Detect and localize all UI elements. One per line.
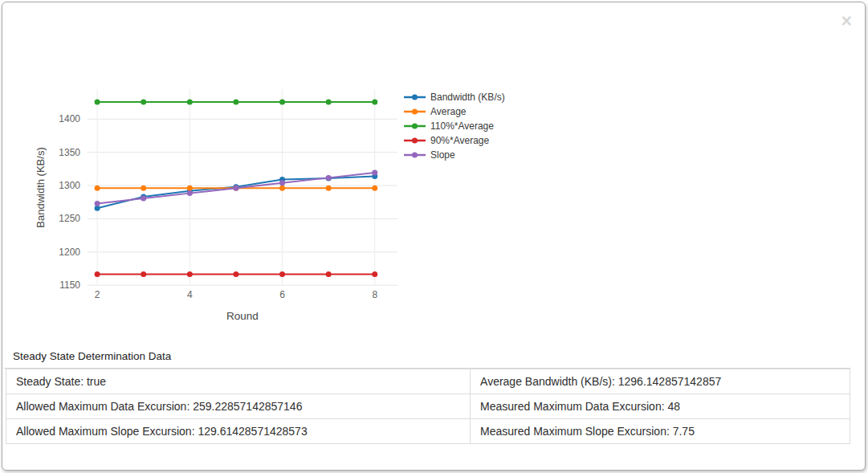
data-point bbox=[233, 271, 238, 277]
legend-label: 90%*Average bbox=[430, 135, 489, 146]
y-tick-label: 1350 bbox=[59, 147, 80, 158]
data-point bbox=[372, 271, 377, 277]
legend-marker bbox=[412, 95, 418, 100]
data-point bbox=[279, 99, 285, 104]
legend-item[interactable]: Bandwidth (KB/s) bbox=[404, 92, 505, 103]
data-point bbox=[326, 99, 332, 104]
table-row: Allowed Maximum Data Excursion: 259.2285… bbox=[6, 394, 850, 419]
series-bandwidth-kb-s- bbox=[95, 173, 378, 211]
legend-label: Average bbox=[430, 106, 467, 117]
data-point bbox=[326, 186, 332, 191]
legend-label: Slope bbox=[430, 149, 455, 161]
data-point bbox=[141, 186, 146, 191]
table-cell-average-bandwidth: Average Bandwidth (KB/s): 1296.142857142… bbox=[471, 369, 850, 394]
table-cell-measured-slope-excursion: Measured Maximum Slope Excursion: 7.75 bbox=[471, 419, 850, 444]
x-tick-label: 8 bbox=[372, 289, 377, 300]
data-point bbox=[141, 99, 146, 104]
legend-item[interactable]: 110%*Average bbox=[404, 120, 494, 132]
data-point bbox=[95, 201, 100, 206]
data-point bbox=[95, 186, 100, 191]
legend-label: Bandwidth (KB/s) bbox=[430, 92, 505, 103]
data-point bbox=[141, 196, 146, 202]
data-point bbox=[187, 186, 193, 191]
data-point bbox=[187, 271, 193, 277]
data-point bbox=[326, 271, 332, 277]
data-point bbox=[187, 190, 193, 196]
x-axis-label: Round bbox=[226, 310, 259, 322]
data-point bbox=[279, 186, 285, 191]
series-110-average bbox=[95, 99, 378, 104]
steady-state-table: Steady State: true Average Bandwidth (KB… bbox=[6, 369, 850, 444]
data-point bbox=[279, 271, 285, 277]
series-line bbox=[97, 176, 375, 208]
table-cell-allowed-data-excursion: Allowed Maximum Data Excursion: 259.2285… bbox=[6, 394, 471, 419]
legend-label: 110%*Average bbox=[430, 120, 494, 132]
table-row: Allowed Maximum Slope Excursion: 129.614… bbox=[6, 419, 850, 444]
data-point bbox=[372, 99, 377, 104]
y-tick-label: 1400 bbox=[59, 113, 80, 124]
y-axis-label: Bandwidth (KB/s) bbox=[35, 147, 47, 227]
bandwidth-chart: 1150120012501300135014002468Bandwidth (K… bbox=[2, 2, 548, 344]
y-tick-label: 1250 bbox=[59, 213, 80, 224]
y-tick-label: 1150 bbox=[59, 279, 80, 291]
x-tick-label: 2 bbox=[95, 289, 100, 300]
data-point bbox=[141, 271, 146, 277]
data-point bbox=[372, 186, 377, 191]
series-90-average bbox=[95, 271, 378, 277]
data-point bbox=[187, 99, 193, 104]
x-tick-label: 4 bbox=[187, 289, 193, 300]
x-tick-label: 6 bbox=[279, 289, 285, 300]
data-point bbox=[95, 271, 100, 277]
data-point bbox=[233, 186, 238, 191]
legend-item[interactable]: 90%*Average bbox=[404, 135, 489, 146]
legend-marker bbox=[412, 138, 418, 144]
data-point bbox=[372, 169, 377, 175]
steady-state-dialog: × 1150120012501300135014002468Bandwidth … bbox=[2, 2, 866, 471]
legend-marker bbox=[412, 153, 418, 158]
y-tick-label: 1300 bbox=[59, 180, 80, 191]
table-cell-allowed-slope-excursion: Allowed Maximum Slope Excursion: 129.614… bbox=[6, 419, 471, 444]
steady-state-section: Steady State Determination Data Steady S… bbox=[2, 350, 865, 444]
data-point bbox=[95, 99, 100, 104]
legend-item[interactable]: Slope bbox=[404, 149, 455, 161]
legend-marker bbox=[412, 124, 418, 129]
data-point bbox=[279, 180, 285, 186]
table-cell-measured-data-excursion: Measured Maximum Data Excursion: 48 bbox=[471, 394, 850, 419]
y-tick-label: 1200 bbox=[59, 247, 80, 258]
legend-marker bbox=[412, 109, 418, 115]
data-point bbox=[326, 175, 332, 181]
table-cell-steady-state: Steady State: true bbox=[6, 369, 471, 394]
data-point bbox=[233, 99, 238, 104]
table-row: Steady State: true Average Bandwidth (KB… bbox=[6, 369, 850, 394]
legend-item[interactable]: Average bbox=[404, 106, 467, 117]
close-icon[interactable]: × bbox=[842, 12, 852, 31]
section-title: Steady State Determination Data bbox=[4, 350, 850, 369]
